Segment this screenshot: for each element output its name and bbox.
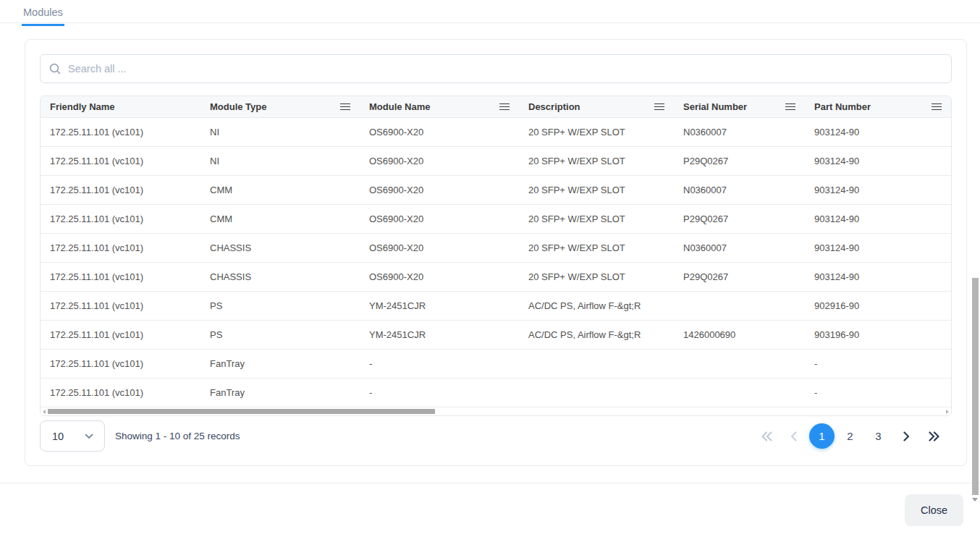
column-header-friendly-name[interactable]: Friendly Name	[41, 96, 200, 117]
column-header-part-number[interactable]: Part Number	[805, 96, 951, 117]
vscroll-down-arrow-icon[interactable]	[972, 498, 978, 502]
search-input[interactable]	[40, 54, 952, 83]
table-cell: CHASSIS	[200, 263, 360, 291]
table-cell: 172.25.11.101 (vc101)	[41, 263, 200, 291]
table-cell: 903196-90	[805, 321, 951, 349]
table-cell: 903124-90	[805, 234, 951, 262]
table-header-row: Friendly NameModule TypeModule NameDescr…	[41, 96, 951, 118]
pagination-pages: 123	[808, 423, 892, 449]
table-cell: 20 SFP+ W/EXP SLOT	[519, 147, 674, 175]
table-row[interactable]: 172.25.11.101 (vc101)CHASSISOS6900-X2020…	[41, 263, 951, 292]
table-cell: YM-2451CJR	[360, 292, 519, 320]
table-cell: 172.25.11.101 (vc101)	[41, 292, 200, 320]
table-cell: OS6900-X20	[360, 205, 519, 233]
page-size-select[interactable]: 10	[40, 420, 105, 452]
page-button-3[interactable]: 3	[866, 423, 891, 449]
table-cell: 172.25.11.101 (vc101)	[41, 350, 200, 378]
table-cell: 20 SFP+ W/EXP SLOT	[519, 176, 674, 204]
table-cell: 20 SFP+ W/EXP SLOT	[519, 205, 674, 233]
table-cell: 903124-90	[805, 147, 951, 175]
column-menu-icon[interactable]	[654, 103, 664, 111]
table-row[interactable]: 172.25.11.101 (vc101)NIOS6900-X2020 SFP+…	[41, 147, 951, 176]
table-row[interactable]: 172.25.11.101 (vc101)CMMOS6900-X2020 SFP…	[41, 205, 951, 234]
modules-panel: Friendly NameModule TypeModule NameDescr…	[25, 39, 967, 466]
table-cell	[674, 292, 805, 320]
modules-table: Friendly NameModule TypeModule NameDescr…	[40, 96, 952, 416]
dialog-footer: Close	[0, 483, 980, 537]
column-header-label: Module Type	[210, 101, 266, 112]
column-header-module-name[interactable]: Module Name	[360, 96, 519, 117]
hscroll-right-arrow-icon[interactable]	[946, 410, 949, 414]
table-cell: P29Q0267	[674, 263, 805, 291]
horizontal-scrollbar-thumb[interactable]	[48, 409, 435, 414]
table-cell: 1426000690	[674, 321, 805, 349]
table-cell: N0360007	[674, 176, 805, 204]
double-chevron-right-icon	[928, 431, 940, 441]
table-cell: PS	[200, 292, 360, 320]
column-header-module-type[interactable]: Module Type	[200, 96, 360, 117]
table-cell	[674, 379, 805, 407]
table-cell: P29Q0267	[674, 205, 805, 233]
table-cell: CMM	[200, 176, 360, 204]
table-row[interactable]: 172.25.11.101 (vc101)PSYM-2451CJRAC/DC P…	[41, 292, 951, 321]
table-row[interactable]: 172.25.11.101 (vc101)PSYM-2451CJRAC/DC P…	[41, 321, 951, 350]
column-header-description[interactable]: Description	[519, 96, 674, 117]
table-cell: 172.25.11.101 (vc101)	[41, 205, 200, 233]
chevron-right-icon	[903, 431, 910, 441]
table-cell: P29Q0267	[674, 147, 805, 175]
table-cell: 20 SFP+ W/EXP SLOT	[519, 263, 674, 291]
table-row[interactable]: 172.25.11.101 (vc101)CHASSISOS6900-X2020…	[41, 234, 951, 263]
table-row[interactable]: 172.25.11.101 (vc101)FanTray--	[41, 350, 951, 379]
table-cell: PS	[200, 321, 360, 349]
pagination-last-button[interactable]	[925, 428, 942, 445]
table-cell: OS6900-X20	[360, 263, 519, 291]
table-cell: 903124-90	[805, 205, 951, 233]
table-cell: OS6900-X20	[360, 147, 519, 175]
table-cell: 20 SFP+ W/EXP SLOT	[519, 234, 674, 262]
page-button-2[interactable]: 2	[837, 423, 863, 449]
table-row[interactable]: 172.25.11.101 (vc101)FanTray--	[41, 379, 951, 407]
table-cell: 20 SFP+ W/EXP SLOT	[519, 118, 674, 146]
table-cell: 172.25.11.101 (vc101)	[41, 176, 200, 204]
table-cell: CMM	[200, 205, 360, 233]
search-bar	[40, 54, 952, 83]
tab-modules-label: Modules	[23, 7, 63, 18]
table-cell: FanTray	[200, 379, 360, 407]
column-menu-icon[interactable]	[499, 103, 510, 111]
table-cell	[519, 379, 674, 407]
table-row[interactable]: 172.25.11.101 (vc101)NIOS6900-X2020 SFP+…	[41, 118, 951, 147]
column-menu-icon[interactable]	[932, 103, 942, 111]
records-summary: Showing 1 - 10 of 25 records	[115, 431, 240, 441]
table-cell: -	[360, 379, 519, 407]
pagination-first-button[interactable]	[758, 428, 775, 445]
table-cell	[674, 350, 805, 378]
column-header-label: Friendly Name	[50, 101, 115, 112]
column-menu-icon[interactable]	[340, 103, 350, 111]
table-cell: N0360007	[674, 118, 805, 146]
table-cell: 172.25.11.101 (vc101)	[41, 321, 200, 349]
column-menu-icon[interactable]	[785, 103, 795, 111]
pagination-next-button[interactable]	[897, 428, 915, 445]
table-cell: 903124-90	[805, 263, 951, 291]
table-cell: FanTray	[200, 350, 360, 378]
page-button-1[interactable]: 1	[809, 423, 835, 449]
table-cell: 172.25.11.101 (vc101)	[41, 147, 200, 175]
table-cell: -	[805, 350, 951, 378]
table-cell: 902916-90	[805, 292, 951, 320]
column-header-serial-number[interactable]: Serial Number	[674, 96, 805, 117]
tab-modules[interactable]: Modules	[22, 0, 64, 26]
horizontal-scrollbar[interactable]	[41, 407, 951, 415]
table-cell: OS6900-X20	[360, 118, 519, 146]
search-icon	[48, 62, 62, 75]
table-cell: 903124-90	[805, 118, 951, 146]
vertical-scrollbar-thumb[interactable]	[972, 278, 979, 495]
table-body: 172.25.11.101 (vc101)NIOS6900-X2020 SFP+…	[41, 118, 951, 407]
pagination-prev-button[interactable]	[785, 428, 803, 445]
table-cell	[519, 350, 674, 378]
hscroll-left-arrow-icon[interactable]	[43, 410, 46, 414]
table-cell: 172.25.11.101 (vc101)	[41, 118, 200, 146]
table-row[interactable]: 172.25.11.101 (vc101)CMMOS6900-X2020 SFP…	[41, 176, 951, 205]
table-cell: -	[360, 350, 519, 378]
table-cell: NI	[200, 118, 360, 146]
close-button[interactable]: Close	[905, 494, 963, 526]
